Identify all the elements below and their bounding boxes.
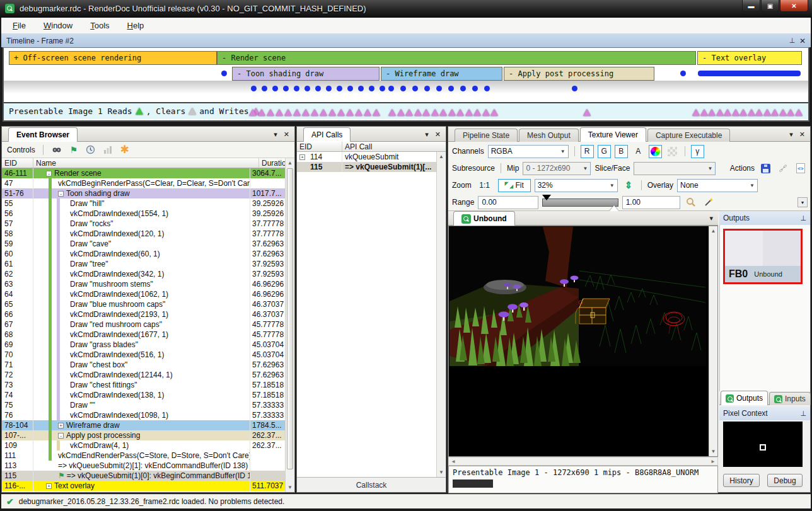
event-row[interactable]: 55Draw "hill"39.25926 bbox=[2, 198, 286, 209]
event-row[interactable]: 109vkCmdDraw(4, 1)262.37... bbox=[2, 440, 286, 451]
dock-menu-icon[interactable]: ▾ bbox=[789, 130, 793, 139]
event-row[interactable]: 59Draw "cave"37.62963 bbox=[2, 239, 286, 249]
zoom-range-icon[interactable] bbox=[684, 195, 698, 209]
write-marker-triangle[interactable] bbox=[763, 109, 771, 116]
range-min-field[interactable]: 0.00 bbox=[478, 196, 538, 209]
column-eid[interactable]: EID bbox=[2, 158, 33, 168]
event-row[interactable]: 64vkCmdDrawIndexed(1062, 1)46.96296 bbox=[2, 289, 286, 299]
write-marker-triangle[interactable] bbox=[795, 109, 803, 116]
slice-face-select[interactable]: ▼ bbox=[634, 162, 716, 175]
timeline-draw-dot[interactable] bbox=[412, 86, 418, 91]
event-row[interactable]: 57Draw "rocks"37.77778 bbox=[2, 219, 286, 229]
menu-help[interactable]: Help bbox=[127, 21, 144, 30]
write-marker-triangle[interactable] bbox=[439, 109, 447, 116]
write-marker-triangle[interactable] bbox=[724, 109, 731, 116]
time-draws-icon[interactable] bbox=[85, 144, 96, 156]
write-marker-triangle[interactable] bbox=[405, 109, 413, 116]
dock-menu-icon[interactable]: ▾ bbox=[274, 130, 277, 139]
event-row[interactable]: 78-104+Wireframe draw1784.5... bbox=[2, 420, 286, 430]
zoom-1to1-button[interactable]: 1:1 bbox=[475, 179, 494, 192]
timeline-draw-dot[interactable] bbox=[294, 86, 299, 91]
range-slider[interactable] bbox=[542, 198, 618, 207]
gamma-button[interactable]: γ bbox=[691, 145, 704, 158]
write-marker-triangle[interactable] bbox=[346, 109, 354, 116]
timeline-draw-dot[interactable] bbox=[326, 86, 332, 91]
timeline-draw-dot[interactable] bbox=[572, 86, 577, 91]
event-row[interactable]: 75Draw ""57.33333 bbox=[2, 400, 286, 410]
colorwheel-button[interactable] bbox=[649, 145, 662, 158]
write-marker-triangle[interactable] bbox=[779, 109, 787, 116]
menu-window[interactable]: Window bbox=[44, 21, 72, 30]
write-marker-triangle[interactable] bbox=[716, 109, 724, 116]
expander-icon[interactable]: + bbox=[58, 423, 64, 428]
timeline-event-dot[interactable] bbox=[680, 71, 686, 76]
write-marker-triangle[interactable] bbox=[700, 109, 708, 116]
write-marker-triangle[interactable] bbox=[482, 109, 490, 116]
timeline-draw-dot[interactable] bbox=[388, 86, 394, 91]
write-marker-triangle[interactable] bbox=[473, 109, 481, 116]
event-row[interactable]: 116-...+Text overlay511.7037 bbox=[2, 481, 286, 491]
write-marker-triangle[interactable] bbox=[414, 109, 422, 116]
close-icon[interactable]: ✕ bbox=[435, 130, 441, 139]
timeline-event-pill[interactable] bbox=[698, 71, 801, 76]
timeline-draw-dot[interactable] bbox=[436, 86, 442, 91]
write-marker-triangle[interactable] bbox=[732, 109, 740, 116]
callstack-section[interactable]: Callstack bbox=[297, 477, 446, 492]
pin-icon[interactable]: ⊥ bbox=[789, 37, 796, 45]
event-row[interactable]: 68vkCmdDrawIndexed(1677, 1)45.77778 bbox=[2, 330, 286, 340]
timeline-draw-dot[interactable] bbox=[358, 86, 364, 91]
event-row[interactable]: 76vkCmdDrawIndexed(1098, 1)57.33333 bbox=[2, 410, 286, 420]
write-marker-triangle[interactable] bbox=[302, 109, 310, 116]
event-row[interactable]: 63Draw "mushroom stems"46.96296 bbox=[2, 279, 286, 289]
event-columns[interactable]: EID Name Duratio... bbox=[2, 158, 294, 168]
event-row[interactable]: 67Draw "red mushroom caps"45.77778 bbox=[2, 319, 286, 330]
event-row[interactable]: 111vkCmdEndRenderPass(C=Store, D=Store, … bbox=[2, 451, 286, 461]
debug-button[interactable]: Debug bbox=[767, 474, 803, 487]
event-row[interactable]: 47vkCmdBeginRenderPass(C=Clear, D=Clear,… bbox=[2, 178, 286, 188]
write-marker-triangle[interactable] bbox=[337, 109, 345, 116]
zoom-fit-button[interactable]: Fit bbox=[498, 179, 531, 192]
close-button[interactable]: ✕ bbox=[780, 0, 808, 12]
pixel-context-view[interactable] bbox=[723, 422, 803, 467]
channel-green-button[interactable]: G bbox=[598, 145, 611, 158]
close-icon[interactable]: ✕ bbox=[799, 37, 806, 45]
timeline-draw-dot[interactable] bbox=[272, 86, 278, 91]
timeline-draw-dot[interactable] bbox=[424, 86, 430, 91]
event-row[interactable]: 73Draw "chest fittings"57.18518 bbox=[2, 380, 286, 390]
write-marker-triangle[interactable] bbox=[708, 109, 716, 116]
save-texture-icon[interactable] bbox=[758, 161, 772, 175]
menu-file[interactable]: File bbox=[13, 21, 26, 30]
timeline-section[interactable]: - Wireframe draw bbox=[381, 67, 502, 81]
event-row[interactable]: 65Draw "blue mushroom caps"46.37037 bbox=[2, 299, 286, 309]
event-row[interactable]: 113=> vkQueueSubmit(2)[1]: vkEndCommandB… bbox=[2, 461, 286, 471]
write-marker-triangle[interactable] bbox=[456, 109, 464, 116]
find-icon[interactable] bbox=[51, 144, 62, 156]
event-row[interactable]: 51-76-Toon shading draw1017.7... bbox=[2, 188, 286, 198]
expander-icon[interactable]: + bbox=[46, 483, 52, 489]
menu-tools[interactable]: Tools bbox=[90, 21, 109, 30]
event-row[interactable]: 69Draw "grass blades"45.03704 bbox=[2, 340, 286, 350]
timeline-draw-dot[interactable] bbox=[262, 86, 267, 91]
maximize-button[interactable]: ▣ bbox=[761, 0, 779, 12]
write-marker-triangle[interactable] bbox=[692, 109, 700, 116]
write-marker-triangle[interactable] bbox=[249, 109, 257, 116]
api-columns[interactable]: EID API Call bbox=[297, 142, 446, 152]
write-marker-triangle[interactable] bbox=[364, 109, 371, 116]
range-white-handle[interactable] bbox=[610, 205, 618, 211]
api-calls-scrollbar[interactable]: ▲ ▼ bbox=[436, 152, 446, 477]
timeline-draw-dot[interactable] bbox=[460, 86, 466, 91]
timeline-panel[interactable]: Presentable Image 1 Reads , Clears and W… bbox=[3, 47, 809, 122]
channel-red-button[interactable]: R bbox=[581, 145, 594, 158]
write-marker-triangle[interactable] bbox=[276, 109, 283, 116]
timeline-draw-dot[interactable] bbox=[251, 86, 257, 91]
channel-blue-button[interactable]: B bbox=[615, 145, 628, 158]
timeline-draw-dot[interactable] bbox=[337, 86, 342, 91]
tab-api-calls[interactable]: API Calls bbox=[303, 127, 351, 142]
texture-hscrollbar[interactable]: ◄► bbox=[448, 457, 718, 466]
write-marker-triangle[interactable] bbox=[388, 109, 396, 116]
write-marker-triangle[interactable] bbox=[431, 109, 439, 116]
minimize-button[interactable]: ▬ bbox=[742, 0, 760, 12]
write-marker-triangle[interactable] bbox=[267, 109, 274, 116]
tab-capture-executable[interactable]: Capture Executable bbox=[647, 129, 730, 142]
open-code-icon[interactable]: <> bbox=[794, 161, 808, 175]
